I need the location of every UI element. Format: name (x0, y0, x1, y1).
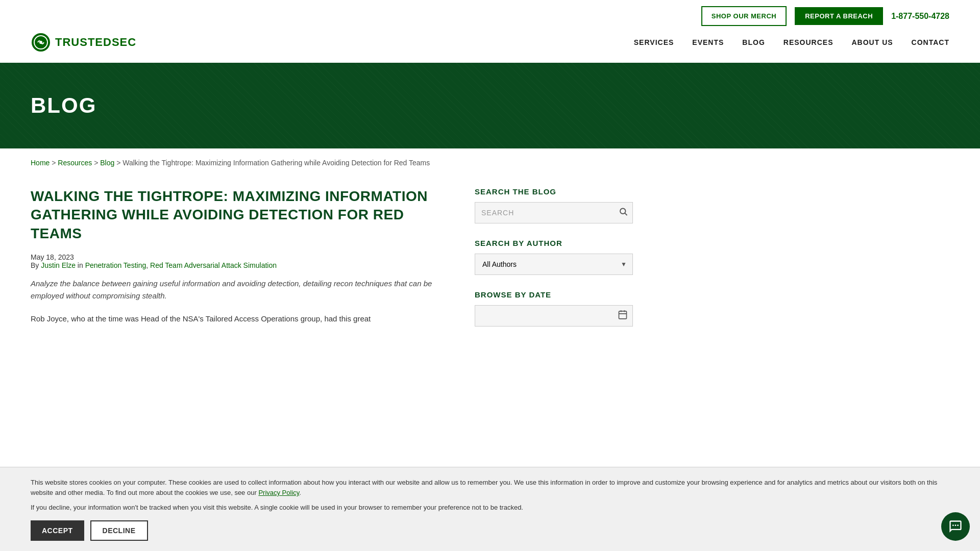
nav-item-events[interactable]: EVENTS (692, 38, 724, 47)
nav-bar: TrustedSec SERVICES EVENTS BLOG RESOURCE… (0, 32, 980, 63)
nav-item-resources[interactable]: RESOURCES (783, 38, 834, 47)
search-button[interactable] (619, 207, 628, 219)
nav-links: SERVICES EVENTS BLOG RESOURCES ABOUT US … (634, 38, 949, 47)
report-breach-button[interactable]: REPORT A BREACH (795, 7, 883, 25)
breadcrumb-blog[interactable]: Blog (100, 159, 114, 167)
article-category-1[interactable]: Penetration Testing (85, 261, 146, 269)
date-section-title: BROWSE BY DATE (475, 290, 633, 299)
article-date: May 18, 2023 (31, 253, 74, 261)
author-section: SEARCH BY AUTHOR All Authors ▼ (475, 239, 633, 275)
svg-point-2 (39, 41, 42, 44)
author-select[interactable]: All Authors (475, 254, 633, 275)
search-section-title: SEARCH THE BLOG (475, 187, 633, 196)
breadcrumb-current: Walking the Tightrope: Maximizing Inform… (122, 159, 430, 167)
sidebar: SEARCH THE BLOG SEARCH BY AUTHOR All Aut… (475, 187, 633, 342)
date-input[interactable] (475, 305, 633, 327)
logo[interactable]: TrustedSec (31, 32, 136, 53)
nav-item-contact[interactable]: CONTACT (912, 38, 949, 47)
search-box (475, 202, 633, 223)
article-meta: May 18, 2023 By Justin Elze in Penetrati… (31, 253, 454, 269)
calendar-icon[interactable] (618, 310, 628, 322)
top-bar: SHOP OUR MERCH REPORT A BREACH 1-877-550… (0, 0, 980, 32)
nav-item-services[interactable]: SERVICES (634, 38, 674, 47)
article-by: By (31, 261, 39, 269)
hero-section: BLOG (0, 63, 980, 148)
article-category-2[interactable]: Red Team Adversarial Attack Simulation (150, 261, 277, 269)
svg-rect-5 (619, 311, 627, 319)
date-section: BROWSE BY DATE (475, 290, 633, 327)
author-section-title: SEARCH BY AUTHOR (475, 239, 633, 247)
breadcrumb-resources[interactable]: Resources (58, 159, 92, 167)
search-section: SEARCH THE BLOG (475, 187, 633, 223)
svg-line-4 (625, 213, 627, 215)
article: WALKING THE TIGHTROPE: MAXIMIZING INFORM… (31, 187, 454, 342)
breadcrumb: Home > Resources > Blog > Walking the Ti… (0, 148, 980, 177)
logo-text: TrustedSec (55, 36, 136, 49)
author-select-wrapper: All Authors ▼ (475, 254, 633, 275)
content-area: WALKING THE TIGHTROPE: MAXIMIZING INFORM… (0, 177, 664, 362)
logo-icon (31, 32, 51, 53)
calendar-svg (618, 310, 628, 320)
nav-item-blog[interactable]: BLOG (742, 38, 765, 47)
page-title: BLOG (31, 93, 96, 118)
search-icon (619, 207, 628, 216)
phone-number[interactable]: 1-877-550-4728 (891, 12, 949, 21)
breadcrumb-home[interactable]: Home (31, 159, 50, 167)
article-summary: Analyze the balance between gaining usef… (31, 278, 454, 302)
svg-point-3 (620, 209, 626, 214)
date-box (475, 305, 633, 327)
article-author[interactable]: Justin Elze (41, 261, 76, 269)
search-input[interactable] (475, 202, 633, 223)
shop-merch-button[interactable]: SHOP OUR MERCH (701, 6, 787, 26)
article-body: Rob Joyce, who at the time was Head of t… (31, 312, 454, 325)
nav-item-about[interactable]: ABOUT US (851, 38, 893, 47)
article-title: WALKING THE TIGHTROPE: MAXIMIZING INFORM… (31, 187, 454, 243)
